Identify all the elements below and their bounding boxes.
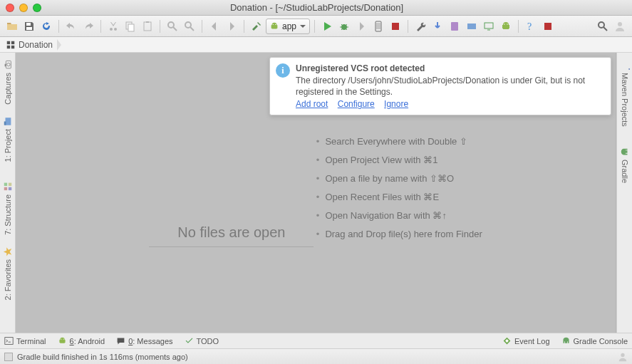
messages-icon: [116, 336, 125, 345]
tips-button[interactable]: [540, 19, 556, 34]
notification-message: The directory /Users/john/StudioLabProje…: [296, 75, 603, 98]
module-icon: [6, 40, 16, 50]
navigation-bar[interactable]: Donation: [0, 37, 632, 53]
make-project-button[interactable]: [249, 19, 264, 34]
hector-icon[interactable]: [618, 352, 628, 362]
avd-manager-button[interactable]: [413, 19, 428, 34]
tool-terminal[interactable]: Terminal: [4, 336, 46, 345]
star-icon: [3, 246, 13, 256]
window-titlebar: Donation - [~/StudioLabProjects/Donation…: [0, 0, 632, 16]
project-icon: [3, 116, 13, 126]
info-icon: i: [276, 63, 290, 78]
maven-icon: [620, 60, 630, 70]
tool-gradle-console[interactable]: Gradle Console: [561, 336, 628, 345]
chevron-down-icon: [299, 23, 306, 30]
hint-item: Drag and Drop file(s) here from Finder: [316, 225, 482, 244]
redo-button[interactable]: [81, 19, 96, 34]
profile-button[interactable]: [353, 19, 369, 34]
hints-list: Search Everywhere with Double ⇧ Open Pro…: [316, 132, 482, 244]
todo-icon: [185, 336, 194, 345]
window-zoom-button[interactable]: [33, 4, 41, 12]
hint-item: Search Everywhere with Double ⇧: [316, 132, 482, 151]
cut-button[interactable]: [105, 19, 121, 34]
tool-android[interactable]: 6: Android: [58, 336, 105, 345]
notification-title: Unregistered VCS root detected: [296, 63, 603, 73]
notif-add-root-link[interactable]: Add root: [296, 99, 328, 109]
find-button[interactable]: [165, 19, 180, 34]
android-icon: [58, 336, 67, 345]
debug-button[interactable]: [336, 19, 352, 34]
structure-icon: [3, 182, 13, 192]
undo-button[interactable]: [63, 19, 79, 34]
breadcrumb-label: Donation: [19, 40, 53, 50]
empty-editor-panel: No files are open Search Everywhere with…: [16, 117, 616, 247]
run-config-selector[interactable]: app: [266, 19, 310, 34]
window-close-button[interactable]: [6, 4, 14, 12]
stop-button[interactable]: [388, 19, 403, 34]
camera-icon: [3, 60, 13, 70]
gradle-icon: [620, 147, 630, 157]
replace-button[interactable]: [182, 19, 197, 34]
android-monitor-button[interactable]: [481, 19, 497, 34]
open-button[interactable]: [4, 19, 20, 34]
tool-event-log[interactable]: Event Log: [502, 336, 550, 345]
bottom-tool-strip: Terminal 6: Android 0: Messages TODO Eve…: [0, 333, 632, 348]
run-button[interactable]: [319, 19, 335, 34]
status-message: Gradle build finished in 1s 116ms (momen…: [17, 353, 188, 361]
notif-configure-link[interactable]: Configure: [338, 99, 375, 109]
paste-button[interactable]: [140, 19, 155, 34]
android-icon: [269, 21, 279, 31]
tool-gradle[interactable]: Gradle: [620, 142, 630, 187]
event-log-icon: [502, 336, 512, 345]
sdk-manager-button[interactable]: [430, 19, 445, 34]
tool-favorites[interactable]: 2: Favorites: [3, 242, 13, 304]
right-tool-gutter: Maven Projects Gradle: [616, 53, 632, 333]
status-bar: Gradle build finished in 1s 116ms (momen…: [0, 348, 632, 364]
nav-forward-button[interactable]: [224, 19, 239, 34]
tool-structure[interactable]: 7: Structure: [3, 177, 13, 239]
window-minimize-button[interactable]: [19, 4, 28, 12]
sync-button[interactable]: [38, 19, 54, 34]
gradle-console-icon: [561, 336, 571, 345]
help-button[interactable]: [523, 19, 539, 34]
vcs-notification: i Unregistered VCS root detected The dir…: [269, 57, 611, 115]
toggle-tool-windows-button[interactable]: [4, 353, 13, 361]
breadcrumb-project[interactable]: Donation: [4, 38, 57, 52]
terminal-icon: [4, 336, 14, 345]
editor-area[interactable]: i Unregistered VCS root detected The dir…: [16, 53, 616, 333]
tool-todo[interactable]: TODO: [185, 336, 219, 345]
tool-maven[interactable]: Maven Projects: [620, 56, 630, 131]
hint-item: Open Navigation Bar with ⌘↑: [316, 207, 482, 225]
run-config-label: app: [282, 21, 296, 31]
device-file-explorer-button[interactable]: [498, 19, 514, 34]
left-tool-gutter: Captures 1: Project 7: Structure 2: Favo…: [0, 53, 16, 333]
attach-debugger-button[interactable]: [371, 19, 386, 34]
hint-item: Open Project View with ⌘1: [316, 151, 482, 170]
notif-ignore-link[interactable]: Ignore: [384, 99, 408, 109]
user-button[interactable]: [612, 19, 628, 34]
tool-messages[interactable]: 0: Messages: [116, 336, 172, 345]
hint-item: Open Recent Files with ⌘E: [316, 188, 482, 207]
main-toolbar: app: [0, 16, 632, 37]
layout-inspector-button[interactable]: [447, 19, 462, 34]
search-everywhere-button[interactable]: [595, 19, 611, 34]
tool-captures[interactable]: Captures: [3, 56, 13, 109]
hint-item: Open a file by name with ⇧⌘O: [316, 170, 482, 188]
window-title: Donation - [~/StudioLabProjects/Donation…: [41, 2, 592, 13]
save-all-button[interactable]: [21, 19, 37, 34]
theme-editor-button[interactable]: [464, 19, 480, 34]
tool-project[interactable]: 1: Project: [3, 112, 13, 166]
nav-back-button[interactable]: [207, 19, 222, 34]
copy-button[interactable]: [123, 19, 138, 34]
no-files-heading: No files are open: [149, 224, 314, 247]
